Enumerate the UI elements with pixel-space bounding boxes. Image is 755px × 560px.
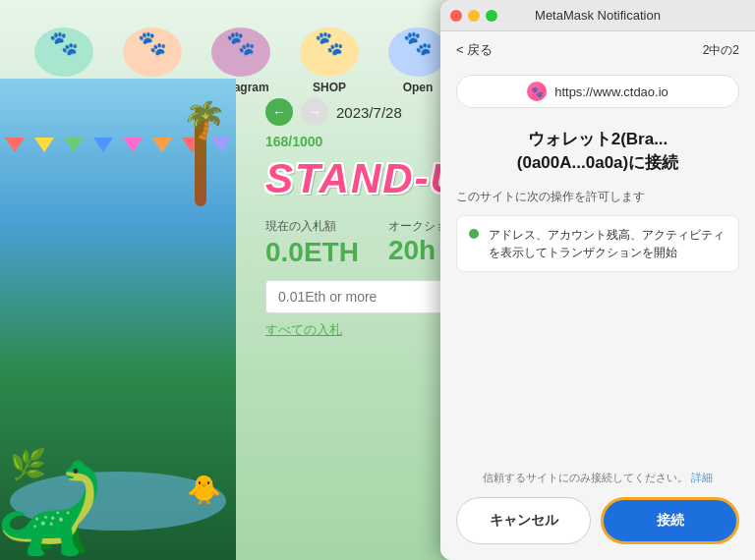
minimize-traffic-light[interactable] bbox=[468, 10, 480, 22]
flag bbox=[93, 138, 113, 152]
tiktok-paw-icon bbox=[34, 28, 93, 77]
nav-tiktok[interactable]: TikTok bbox=[20, 28, 108, 79]
traffic-lights bbox=[450, 10, 497, 22]
shop-paw-icon bbox=[300, 28, 359, 77]
site-icon: 🐾 bbox=[527, 82, 547, 101]
flag bbox=[5, 138, 25, 152]
site-url: https://www.ctdao.io bbox=[554, 84, 668, 99]
flag bbox=[152, 138, 172, 152]
close-traffic-light[interactable] bbox=[450, 10, 462, 22]
flag bbox=[34, 138, 54, 152]
wallet-title-line1: ウォレット2(Bra... bbox=[528, 130, 668, 148]
bid-amount-input[interactable] bbox=[265, 280, 462, 313]
nav-instagram[interactable]: Instagram bbox=[197, 28, 285, 79]
date-display: 2023/7/28 bbox=[336, 104, 402, 121]
site-badge: 🐾 https://www.ctdao.io bbox=[456, 75, 739, 108]
fullscreen-traffic-light[interactable] bbox=[486, 10, 497, 22]
wallet-title: ウォレット2(Bra... (0a00A...0a0a)に接続 bbox=[456, 128, 739, 175]
duck-icon: 🐥 bbox=[187, 474, 221, 506]
metamask-titlebar: MetaMask Notification bbox=[440, 0, 755, 31]
nav-youtube[interactable]: Youtube bbox=[108, 28, 197, 79]
youtube-paw-icon bbox=[123, 28, 182, 77]
instagram-paw-icon bbox=[211, 28, 270, 77]
permission-label: このサイトに次の操作を許可します bbox=[456, 189, 739, 205]
plant-icon: 🌿 bbox=[10, 447, 46, 481]
details-link[interactable]: 詳細 bbox=[691, 472, 713, 483]
page-count: 2中の2 bbox=[703, 42, 739, 59]
metamask-header: < 戻る 2中の2 bbox=[440, 31, 755, 67]
flag bbox=[64, 138, 84, 152]
trust-text: 信頼するサイトにのみ接続してください。 詳細 bbox=[456, 471, 739, 485]
metamask-modal: MetaMask Notification < 戻る 2中の2 🐾 https:… bbox=[440, 0, 755, 560]
nav-shop[interactable]: SHOP bbox=[285, 28, 374, 79]
current-bid-label: 現在の入札額 bbox=[265, 218, 359, 235]
action-buttons: キャンセル 接続 bbox=[456, 497, 739, 544]
prev-date-button[interactable]: ← bbox=[265, 98, 293, 126]
permission-dot-icon bbox=[469, 229, 479, 239]
permission-text: アドレス、アカウント残高、アクティビティを表示してトランザクションを開始 bbox=[489, 226, 726, 261]
cancel-button[interactable]: キャンセル bbox=[456, 497, 591, 544]
permission-item: アドレス、アカウント残高、アクティビティを表示してトランザクションを開始 bbox=[456, 215, 739, 272]
current-bid: 現在の入札額 0.0ETH bbox=[265, 218, 359, 268]
wallet-title-line2: (0a00A...0a0a)に接続 bbox=[517, 153, 678, 172]
next-date-button[interactable]: → bbox=[301, 98, 328, 126]
metamask-footer: 信頼するサイトにのみ接続してください。 詳細 キャンセル 接続 bbox=[440, 461, 755, 560]
metamask-title: MetaMask Notification bbox=[535, 8, 661, 23]
current-bid-value: 0.0ETH bbox=[265, 237, 359, 268]
flag bbox=[123, 138, 143, 152]
back-button[interactable]: < 戻る bbox=[456, 41, 493, 59]
open-paw-icon bbox=[388, 28, 447, 77]
connect-button[interactable]: 接続 bbox=[601, 497, 739, 544]
metamask-main: ウォレット2(Bra... (0a00A...0a0a)に接続 このサイトに次の… bbox=[440, 116, 755, 461]
scene-image: 🌴 🐥 🦕 🌿 bbox=[0, 79, 236, 560]
